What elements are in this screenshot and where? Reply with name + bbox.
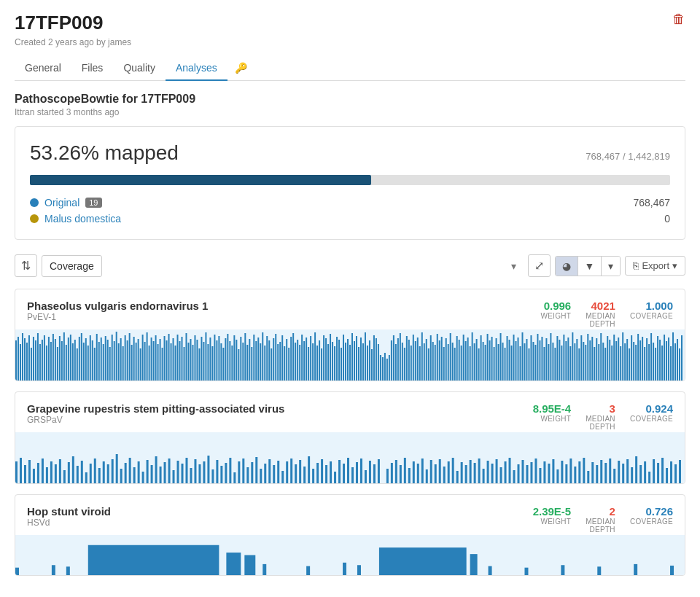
tab-general[interactable]: General xyxy=(15,56,71,81)
svg-rect-42 xyxy=(105,336,106,381)
coverage-select[interactable]: Coverage xyxy=(42,255,102,277)
stat-depth-label2-grspav: DEPTH xyxy=(590,423,615,431)
svg-rect-267 xyxy=(596,338,597,381)
svg-rect-266 xyxy=(594,347,595,381)
svg-rect-329 xyxy=(107,464,109,483)
svg-rect-420 xyxy=(509,458,511,483)
legend-label-malus[interactable]: Malus domestica xyxy=(44,213,121,225)
svg-rect-149 xyxy=(338,340,340,381)
svg-rect-213 xyxy=(478,348,480,381)
svg-rect-392 xyxy=(386,469,389,483)
chart-button[interactable]: ◕ xyxy=(556,257,578,276)
svg-rect-204 xyxy=(459,340,460,381)
svg-rect-364 xyxy=(260,469,262,483)
svg-rect-159 xyxy=(360,337,362,381)
svg-rect-326 xyxy=(94,459,96,483)
svg-rect-398 xyxy=(413,461,415,483)
filter-dropdown-button[interactable]: ▾ xyxy=(602,257,620,276)
svg-rect-320 xyxy=(68,462,70,483)
svg-rect-169 xyxy=(382,357,384,381)
svg-rect-40 xyxy=(101,337,102,381)
svg-rect-70 xyxy=(166,340,168,381)
svg-rect-230 xyxy=(516,341,517,381)
svg-rect-454 xyxy=(657,463,659,483)
svg-rect-135 xyxy=(308,347,309,381)
svg-rect-63 xyxy=(151,337,152,381)
stat-weight-label-grspav: WEIGHT xyxy=(540,415,571,423)
svg-rect-431 xyxy=(556,469,559,483)
svg-rect-30 xyxy=(79,337,80,381)
svg-rect-154 xyxy=(349,345,351,381)
tab-bar: General Files Quality Analyses 🔑 xyxy=(15,56,685,81)
svg-rect-374 xyxy=(303,467,306,483)
svg-rect-476 xyxy=(597,566,601,575)
svg-rect-147 xyxy=(334,346,335,381)
svg-rect-417 xyxy=(496,459,498,483)
svg-rect-403 xyxy=(435,464,437,483)
stat-coverage-label-hsvd: COVERAGE xyxy=(630,518,673,526)
svg-rect-50 xyxy=(122,346,124,381)
svg-rect-105 xyxy=(242,343,244,381)
svg-rect-171 xyxy=(386,359,388,381)
analysis-title: PathoscopeBowtie for 17TFP009 xyxy=(15,93,685,106)
tab-key[interactable]: 🔑 xyxy=(228,56,254,81)
legend-label-original[interactable]: Original xyxy=(44,197,79,208)
delete-icon[interactable]: 🗑 xyxy=(672,12,685,27)
svg-rect-409 xyxy=(461,462,463,483)
svg-rect-106 xyxy=(244,333,246,381)
svg-rect-339 xyxy=(151,465,153,483)
svg-rect-206 xyxy=(463,335,464,381)
svg-rect-83 xyxy=(194,335,195,381)
svg-rect-126 xyxy=(288,348,289,381)
svg-rect-283 xyxy=(631,335,632,381)
svg-rect-341 xyxy=(160,467,162,483)
sort-button[interactable]: ⇅ xyxy=(15,254,37,277)
svg-rect-291 xyxy=(648,344,650,381)
svg-rect-7 xyxy=(28,335,30,381)
svg-rect-300 xyxy=(668,337,669,381)
tab-files[interactable]: Files xyxy=(71,56,114,81)
expand-button[interactable]: ⤢ xyxy=(528,254,551,277)
svg-rect-334 xyxy=(129,458,131,483)
svg-rect-449 xyxy=(635,456,637,483)
svg-rect-161 xyxy=(365,332,366,381)
svg-rect-194 xyxy=(437,334,438,381)
svg-rect-246 xyxy=(550,333,551,381)
legend-dot-malus xyxy=(30,214,39,223)
svg-rect-461 xyxy=(88,545,219,575)
svg-rect-219 xyxy=(491,337,493,381)
filter-button[interactable]: ▼ xyxy=(578,257,602,276)
svg-rect-250 xyxy=(559,340,560,381)
svg-rect-438 xyxy=(587,471,589,483)
svg-rect-408 xyxy=(456,471,459,483)
svg-rect-184 xyxy=(415,341,416,381)
svg-rect-190 xyxy=(428,348,429,381)
svg-rect-208 xyxy=(467,337,469,381)
svg-rect-24 xyxy=(66,345,67,381)
svg-rect-222 xyxy=(498,344,499,381)
svg-rect-168 xyxy=(380,355,381,381)
svg-rect-378 xyxy=(321,459,323,483)
svg-rect-39 xyxy=(98,342,100,381)
svg-rect-112 xyxy=(257,337,259,381)
svg-rect-426 xyxy=(534,459,537,483)
export-button[interactable]: ⎘ Export ▾ xyxy=(625,256,685,276)
svg-rect-288 xyxy=(642,337,643,381)
chart-pvev1 xyxy=(15,329,685,381)
svg-rect-432 xyxy=(561,461,563,483)
tab-quality[interactable]: Quality xyxy=(113,56,166,81)
svg-rect-232 xyxy=(519,346,521,381)
svg-rect-393 xyxy=(391,463,393,483)
svg-rect-93 xyxy=(216,340,217,381)
svg-rect-133 xyxy=(303,341,305,381)
svg-rect-441 xyxy=(600,460,602,483)
svg-rect-466 xyxy=(15,568,19,575)
svg-rect-241 xyxy=(539,340,540,381)
svg-rect-2 xyxy=(18,337,19,381)
svg-rect-427 xyxy=(539,468,541,483)
tab-analyses[interactable]: Analyses xyxy=(166,56,228,81)
svg-rect-236 xyxy=(528,348,529,381)
svg-rect-459 xyxy=(679,460,681,483)
svg-rect-47 xyxy=(116,332,117,381)
stat-coverage-grspav: 0.924 COVERAGE xyxy=(630,402,673,431)
